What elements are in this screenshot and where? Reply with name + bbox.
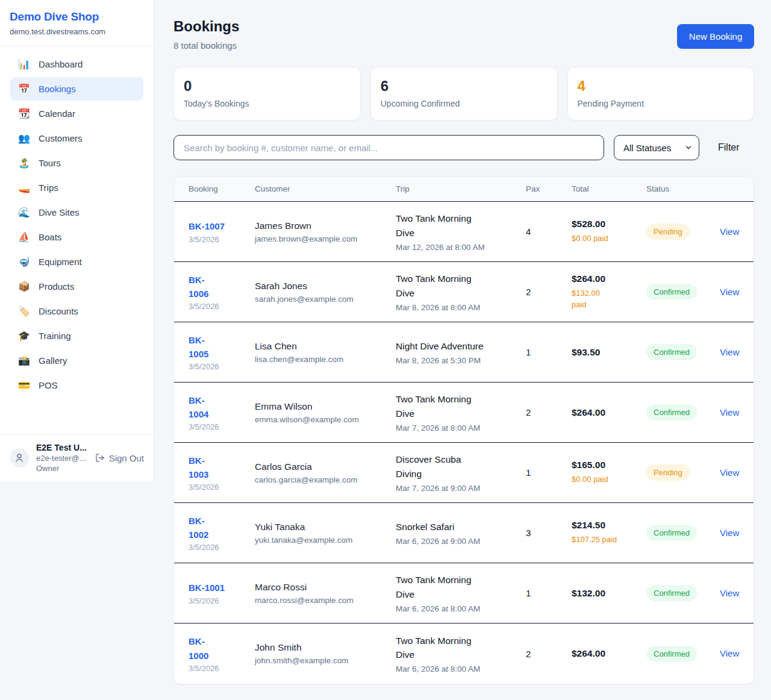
sign-out-button[interactable]: Sign Out [95, 453, 144, 463]
status-cell: Confirmed [646, 404, 714, 420]
status-badge: Pending [646, 464, 690, 481]
stat-label: Pending Payment [578, 99, 744, 108]
booking-id-link[interactable]: BK-1007 [189, 219, 225, 233]
trip-name: Two Tank Morning Dive [396, 211, 517, 240]
user-role: Owner [36, 464, 88, 473]
camera-icon: 📸 [18, 355, 30, 366]
trip-cell: Two Tank Morning Dive Mar 7, 2026 at 8:0… [396, 392, 526, 433]
booking-date: 3/5/2026 [189, 362, 246, 371]
view-link[interactable]: View [720, 407, 739, 417]
sidebar-item-training[interactable]: 🎓 Training [10, 324, 143, 348]
filter-button[interactable]: Filter [718, 142, 740, 153]
sidebar-item-label: Equipment [39, 257, 82, 267]
booking-id-link[interactable]: BK- 1004 [189, 393, 208, 422]
status-badge: Confirmed [646, 344, 697, 360]
view-link[interactable]: View [720, 347, 739, 357]
customer-cell: James Brown james.brown@example.com [255, 220, 396, 243]
sidebar-item-boats[interactable]: ⛵ Boats [10, 225, 143, 249]
booking-id-link[interactable]: BK- 1000 [189, 634, 208, 663]
status-cell: Pending [646, 223, 714, 240]
user-info: E2E Test U... e2e-tester@... Owner [36, 443, 88, 473]
status-badge: Confirmed [646, 585, 697, 601]
actions-cell: View [714, 407, 739, 418]
total-cell: $264.00 [572, 648, 646, 659]
stats-row: 0 Today's Bookings 6 Upcoming Confirmed … [173, 67, 754, 120]
sidebar-nav: 📊 Dashboard 📅 Bookings 📆 Calendar 👥 Cust… [0, 46, 154, 434]
sidebar-item-tours[interactable]: 🏝️ Tours [10, 151, 143, 175]
sidebar-item-dive-sites[interactable]: 🌊 Dive Sites [10, 201, 143, 224]
booking-cell: BK- 1003 3/5/2026 [189, 454, 255, 492]
sidebar-item-trips[interactable]: 🚤 Trips [10, 176, 143, 199]
total-cell: $528.00 $0.00 paid [572, 219, 646, 245]
sidebar-item-calendar[interactable]: 📆 Calendar [10, 102, 143, 125]
customer-cell: Marco Rossi marco.rossi@example.com [255, 582, 396, 605]
sidebar-item-label: Boats [39, 232, 61, 242]
view-link[interactable]: View [720, 287, 739, 297]
view-link[interactable]: View [720, 467, 739, 478]
actions-cell: View [714, 648, 739, 659]
sidebar-item-discounts[interactable]: 🏷️ Discounts [10, 299, 143, 323]
sidebar-item-gallery[interactable]: 📸 Gallery [10, 349, 143, 372]
search-input[interactable] [173, 135, 604, 160]
sidebar-item-pos[interactable]: 💳 POS [10, 373, 143, 397]
view-link[interactable]: View [720, 588, 739, 598]
sidebar-item-dashboard[interactable]: 📊 Dashboard [10, 52, 143, 76]
total-cell: $93.50 [572, 347, 646, 358]
booking-id-link[interactable]: BK- 1006 [189, 273, 208, 301]
trip-date: Mar 12, 2026 at 8:00 AM [396, 243, 517, 252]
trip-cell: Two Tank Morning Dive Mar 6, 2026 at 8:0… [396, 634, 526, 674]
sign-out-label: Sign Out [109, 453, 144, 463]
customer-cell: Emma Wilson emma.wilson@example.com [255, 401, 396, 424]
total-cell: $264.00 $132.00 paid [572, 273, 646, 311]
new-booking-button[interactable]: New Booking [677, 24, 754, 49]
island-icon: 🏝️ [18, 157, 30, 169]
pax-value: 1 [526, 467, 572, 478]
total-value: $264.00 [572, 273, 638, 284]
brand-domain: demo.test.divestreams.com [10, 27, 144, 36]
status-filter-select[interactable]: All Statuses [614, 135, 699, 160]
sidebar-user-footer: E2E Test U... e2e-tester@... Owner Sign … [0, 434, 154, 481]
customer-cell: John Smith john.smith@example.com [255, 642, 396, 665]
total-value: $264.00 [572, 648, 638, 659]
view-link[interactable]: View [720, 648, 739, 658]
trip-date: Mar 8, 2026 at 8:00 AM [396, 303, 517, 312]
stat-label: Today's Bookings [184, 99, 351, 108]
stat-label: Upcoming Confirmed [381, 99, 548, 108]
view-link[interactable]: View [720, 227, 739, 237]
booking-id-link[interactable]: BK-1001 [189, 581, 225, 595]
actions-cell: View [714, 287, 739, 298]
sidebar-item-label: Gallery [39, 355, 67, 366]
stat-card-upcoming-confirmed: 6 Upcoming Confirmed [370, 67, 558, 120]
trip-name: Two Tank Morning Dive [396, 392, 517, 420]
pax-value: 3 [526, 528, 572, 538]
trip-cell: Snorkel Safari Mar 6, 2026 at 9:00 AM [396, 520, 526, 546]
status-cell: Confirmed [646, 525, 714, 541]
booking-id-link[interactable]: BK- 1002 [189, 514, 208, 542]
trip-date: Mar 6, 2026 at 8:00 AM [396, 664, 517, 673]
sidebar-item-label: Bookings [39, 84, 76, 94]
sidebar-item-equipment[interactable]: 🤿 Equipment [10, 250, 143, 273]
booking-id-link[interactable]: BK- 1003 [189, 454, 208, 482]
actions-cell: View [714, 588, 739, 599]
booking-date: 3/5/2026 [189, 596, 246, 605]
brand-block: Demo Dive Shop demo.test.divestreams.com [0, 0, 154, 46]
stat-value: 6 [381, 78, 548, 95]
sidebar-item-products[interactable]: 📦 Products [10, 275, 143, 298]
trip-name: Snorkel Safari [396, 520, 517, 534]
bookings-table-body: BK-1007 3/5/2026 James Brown james.brown… [174, 202, 754, 684]
app-root: Demo Dive Shop demo.test.divestreams.com… [0, 0, 771, 684]
paid-value: $0.00 paid [572, 233, 638, 245]
sidebar-item-label: Dashboard [39, 59, 83, 69]
customer-cell: Yuki Tanaka yuki.tanaka@example.com [255, 522, 396, 545]
booking-id-link[interactable]: BK- 1005 [189, 333, 208, 361]
trip-cell: Night Dive Adventure Mar 8, 2026 at 5:30… [396, 339, 526, 365]
stat-value: 4 [578, 78, 744, 95]
view-link[interactable]: View [720, 528, 739, 538]
filter-controls: All Statuses Filter [173, 135, 754, 160]
sidebar-item-label: Dive Sites [39, 207, 80, 217]
trip-name: Two Tank Morning Dive [396, 272, 517, 300]
sidebar-item-label: Trips [39, 183, 58, 193]
sidebar-item-bookings[interactable]: 📅 Bookings [10, 77, 143, 101]
sidebar-item-customers[interactable]: 👥 Customers [10, 127, 143, 150]
diving-mask-icon: 🤿 [18, 256, 30, 267]
